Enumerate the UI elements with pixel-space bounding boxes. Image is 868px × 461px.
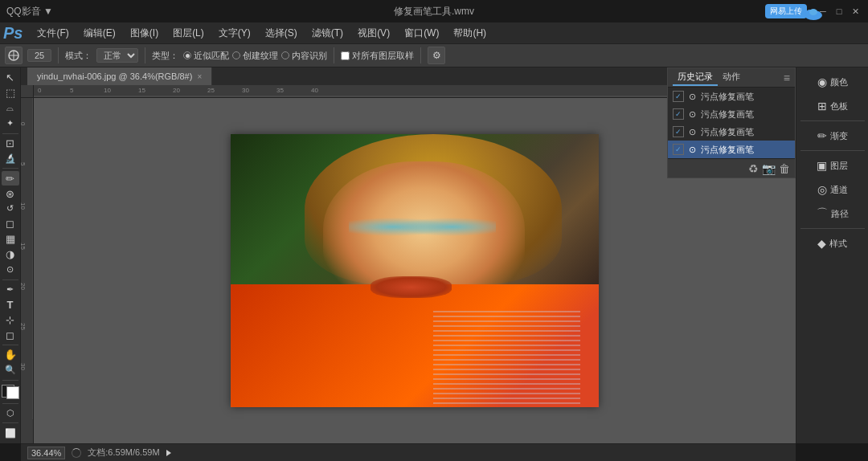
history-icon-2: ⊙ <box>689 109 696 120</box>
type-radio-group: 近似匹配 创建纹理 内容识别 <box>183 50 327 62</box>
history-check-4: ✓ <box>673 144 684 155</box>
doc-size: 文档:6.59M/6.59M <box>88 447 159 459</box>
menu-type[interactable]: 文字(Y) <box>212 25 257 42</box>
tool-shape[interactable]: ◻ <box>2 328 19 342</box>
swatch-icon: ⊞ <box>817 100 827 112</box>
camera-button[interactable]: 📷 <box>762 162 776 175</box>
toolbar-divider-6 <box>2 403 18 404</box>
panel-style[interactable]: ◆ 样式 <box>800 232 865 255</box>
history-item-2-label: 污点修复画笔 <box>701 108 754 120</box>
canvas-tab[interactable]: yindu_nvhai-006.jpg @ 36.4%(RGB/8#) × <box>27 67 212 85</box>
menu-layer[interactable]: 图层(L) <box>166 25 211 42</box>
color-icon: ◉ <box>817 75 827 88</box>
restore-button[interactable]: □ <box>833 5 845 18</box>
svg-text:30: 30 <box>21 363 27 370</box>
tab-history[interactable]: 历史记录 <box>673 69 718 86</box>
tool-magic-wand[interactable]: ✦ <box>2 116 19 131</box>
menu-select[interactable]: 选择(S) <box>259 25 304 42</box>
history-item-1-label: 污点修复画笔 <box>701 91 754 103</box>
title-bar: QQ影音 ▼ 修复画笔工具.wmv 网易上传 ─ □ ✕ <box>0 0 868 22</box>
menu-view[interactable]: 视图(V) <box>351 25 396 42</box>
svg-point-3 <box>809 9 817 15</box>
panel-color[interactable]: ◉ 颜色 <box>800 71 865 93</box>
tool-dodge[interactable]: ⊙ <box>2 263 19 277</box>
close-button[interactable]: ✕ <box>849 5 862 18</box>
align-label: 对所有图层取样 <box>352 50 414 62</box>
history-icon-3: ⊙ <box>689 127 696 137</box>
tool-zoom[interactable]: 🔍 <box>2 363 19 377</box>
path-label: 路径 <box>831 208 849 220</box>
delete-history-button[interactable]: 🗑 <box>779 162 790 175</box>
history-item-4[interactable]: ✓ ⊙ 污点修复画笔 <box>668 141 795 158</box>
mode-select[interactable]: 正常 <box>96 48 138 63</box>
history-check-1: ✓ <box>673 91 684 102</box>
channel-icon: ◎ <box>817 183 827 196</box>
tool-marquee[interactable]: ⬚ <box>2 86 19 100</box>
tool-path-select[interactable]: ⊹ <box>2 312 19 327</box>
tab-actions[interactable]: 动作 <box>718 69 745 86</box>
cloud-icon <box>802 5 825 21</box>
tool-lasso[interactable]: ⌓ <box>2 101 19 116</box>
toolbar-divider-3 <box>2 279 18 280</box>
radio-proximate[interactable]: 近似匹配 <box>183 50 229 62</box>
history-item-3[interactable]: ✓ ⊙ 污点修复画笔 <box>668 123 795 141</box>
menu-window[interactable]: 窗口(W) <box>398 25 445 42</box>
radio-content[interactable]: 内容识别 <box>281 50 327 62</box>
svg-text:15: 15 <box>138 87 145 94</box>
panel-channel[interactable]: ◎ 通道 <box>800 178 865 201</box>
menu-image[interactable]: 图像(I) <box>124 25 165 42</box>
tab-filename: yindu_nvhai-006.jpg @ 36.4%(RGB/8#) <box>37 71 192 81</box>
tool-brush[interactable]: ✏ <box>2 171 19 186</box>
tool-clone[interactable]: ⊛ <box>2 186 19 201</box>
tool-gradient[interactable]: ▦ <box>2 232 19 247</box>
options-bar: 模式： 正常 类型： 近似匹配 创建纹理 内容识别 对所有图层取样 ⚙ <box>0 43 868 67</box>
menu-filter[interactable]: 滤镜(T) <box>305 25 350 42</box>
panel-swatch[interactable]: ⊞ 色板 <box>800 95 865 117</box>
panel-menu-button[interactable]: ≡ <box>784 71 790 84</box>
path-icon: ⌒ <box>817 206 828 221</box>
screen-mode-btn[interactable]: ⬜ <box>2 426 19 440</box>
align-checkbox[interactable]: 对所有图层取样 <box>341 50 414 62</box>
tool-hand[interactable]: ✋ <box>2 348 19 362</box>
create-snapshot-button[interactable]: ♻ <box>748 162 759 175</box>
quick-mask-btn[interactable]: ⬡ <box>2 406 19 420</box>
brush-size-input[interactable] <box>27 49 51 62</box>
tool-blur[interactable]: ◑ <box>2 247 19 262</box>
tool-history-brush[interactable]: ↺ <box>2 202 19 216</box>
scarf-pattern <box>433 309 580 407</box>
panel-layer[interactable]: ▣ 图层 <box>800 154 865 177</box>
tool-eraser[interactable]: ◻ <box>2 217 19 231</box>
svg-text:35: 35 <box>276 87 284 94</box>
divider3 <box>334 47 334 63</box>
history-item-1[interactable]: ✓ ⊙ 污点修复画笔 <box>668 88 795 105</box>
svg-text:25: 25 <box>21 323 27 330</box>
svg-text:0: 0 <box>38 87 42 94</box>
history-icon-4: ⊙ <box>689 145 696 155</box>
tool-eyedropper[interactable]: 🔬 <box>2 151 19 165</box>
gradient-label: 渐变 <box>830 130 848 142</box>
align-check-input[interactable] <box>341 51 350 60</box>
radio-texture[interactable]: 创建纹理 <box>232 50 278 62</box>
history-panel: 历史记录 动作 ≡ ✓ ⊙ 污点修复画笔 ✓ ⊙ 污点修复画笔 ✓ ⊙ 污点修复… <box>667 67 796 178</box>
menu-help[interactable]: 帮助(H) <box>447 25 493 42</box>
tool-type[interactable]: T <box>2 297 19 312</box>
svg-text:0: 0 <box>21 122 27 126</box>
progress-indicator <box>72 448 81 458</box>
tool-move[interactable]: ↖ <box>2 71 19 85</box>
svg-text:5: 5 <box>70 87 74 94</box>
background-color[interactable] <box>6 386 19 399</box>
menu-edit[interactable]: 编辑(E) <box>77 25 122 42</box>
toolbar-divider-2 <box>2 168 18 169</box>
sample-icon[interactable]: ⚙ <box>428 47 445 64</box>
tool-pen[interactable]: ✒ <box>2 282 19 296</box>
tool-crop[interactable]: ⊡ <box>2 137 19 151</box>
menu-file[interactable]: 文件(F) <box>31 25 75 42</box>
history-item-2[interactable]: ✓ ⊙ 污点修复画笔 <box>668 105 795 123</box>
color-swatch[interactable] <box>2 385 19 399</box>
panel-path[interactable]: ⌒ 路径 <box>800 202 865 225</box>
panel-gradient[interactable]: ✏ 渐变 <box>800 124 865 147</box>
radio-dot-proximate <box>183 51 191 59</box>
tab-close-button[interactable]: × <box>197 72 202 81</box>
status-triangle[interactable] <box>166 450 171 456</box>
svg-text:10: 10 <box>104 87 111 94</box>
